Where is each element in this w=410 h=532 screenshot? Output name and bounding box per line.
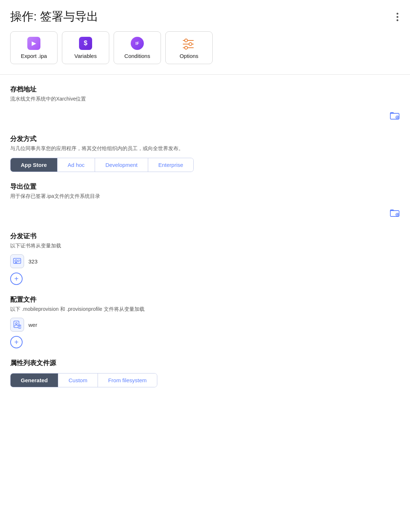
profile-icon <box>10 318 24 332</box>
cert-icon <box>10 254 24 268</box>
add-profile-button[interactable] <box>10 336 23 348</box>
profile-item-label: wer <box>28 322 37 328</box>
distribution-desc: 与几位同事共享您的应用程序，将其交付给组织内的员工，或向全世界发布。 <box>10 145 400 152</box>
archive-input-row <box>10 107 400 124</box>
dist-tab-appstore[interactable]: App Store <box>11 158 58 172</box>
plist-tab-filesystem[interactable]: From filesystem <box>98 373 157 387</box>
title-prefix: 操作: <box>10 10 37 23</box>
tab-options[interactable]: Options <box>165 31 213 64</box>
cert-item-row: 323 <box>10 254 400 268</box>
profile-desc: 以下 .mobileprovision 和 .provisionprofile … <box>10 306 400 313</box>
header: 操作: 签署与导出 <box>0 0 410 31</box>
archive-desc: 流水线文件系统中的Xarchive位置 <box>10 96 400 102</box>
export-title: 导出位置 <box>10 182 400 191</box>
profile-section: 配置文件 以下 .mobileprovision 和 .provisionpro… <box>10 285 400 348</box>
page-title: 操作: 签署与导出 <box>10 9 98 25</box>
plist-section: 属性列表文件源 Generated Custom From filesystem <box>10 348 400 402</box>
cert-section: 分发证书 以下证书将从变量加载 323 <box>10 222 400 285</box>
tab-export-ipa[interactable]: Export .ipa <box>10 31 58 64</box>
export-desc: 用于保存已签署.ipa文件的文件系统目录 <box>10 193 400 200</box>
export-section: 导出位置 用于保存已签署.ipa文件的文件系统目录 <box>10 172 400 222</box>
add-cert-button[interactable] <box>10 273 23 285</box>
archive-folder-button[interactable] <box>390 110 400 121</box>
export-input-row <box>10 204 400 222</box>
tab-variables[interactable]: Variables <box>62 31 109 64</box>
tab-variables-label: Variables <box>74 53 96 59</box>
main-content: 存档地址 流水线文件系统中的Xarchive位置 分发方式 与几位同事共享您的应… <box>0 75 410 402</box>
svg-point-18 <box>15 260 17 262</box>
svg-point-6 <box>185 46 188 49</box>
profile-title: 配置文件 <box>10 295 400 304</box>
plist-tabs: Generated Custom From filesystem <box>10 373 157 387</box>
cert-desc: 以下证书将从变量加载 <box>10 243 400 249</box>
conditions-icon <box>131 37 144 50</box>
archive-title: 存档地址 <box>10 85 400 94</box>
distribution-section: 分发方式 与几位同事共享您的应用程序，将其交付给组织内的员工，或向全世界发布。 … <box>10 124 400 172</box>
cert-title: 分发证书 <box>10 232 400 240</box>
tab-bar: Export .ipa Variables Conditions Opti <box>0 31 410 64</box>
svg-point-22 <box>16 323 17 325</box>
cert-item-label: 323 <box>28 258 38 265</box>
more-options-button[interactable] <box>395 11 400 23</box>
tab-conditions[interactable]: Conditions <box>114 31 161 64</box>
archive-section: 存档地址 流水线文件系统中的Xarchive位置 <box>10 75 400 124</box>
dist-tab-adhoc[interactable]: Ad hoc <box>58 158 95 172</box>
profile-item-row: wer <box>10 318 400 332</box>
options-icon <box>182 37 196 50</box>
variables-icon <box>79 37 92 50</box>
plist-tab-custom[interactable]: Custom <box>58 373 98 387</box>
svg-point-0 <box>185 39 188 42</box>
distribution-tabs: App Store Ad hoc Development Enterprise <box>10 158 194 172</box>
export-folder-button[interactable] <box>390 208 400 218</box>
tab-conditions-label: Conditions <box>125 53 150 59</box>
tab-export-ipa-label: Export .ipa <box>21 53 47 59</box>
plist-tab-generated[interactable]: Generated <box>11 373 58 387</box>
dist-tab-development[interactable]: Development <box>95 158 148 172</box>
export-icon <box>27 37 40 50</box>
svg-point-3 <box>189 43 192 46</box>
tab-options-label: Options <box>180 53 198 59</box>
title-main: 签署与导出 <box>37 10 98 23</box>
distribution-title: 分发方式 <box>10 134 400 143</box>
plist-title: 属性列表文件源 <box>10 359 400 367</box>
dist-tab-enterprise[interactable]: Enterprise <box>148 158 193 172</box>
